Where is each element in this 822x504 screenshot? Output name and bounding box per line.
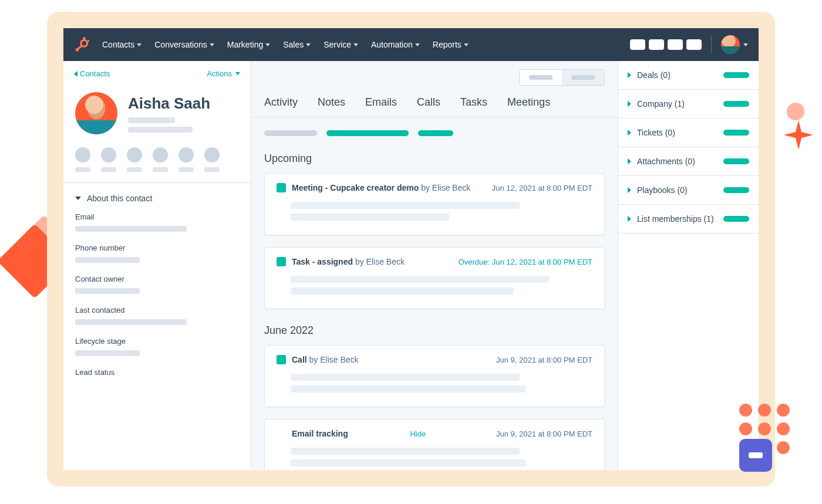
svg-point-0 (81, 40, 87, 46)
tab-emails[interactable]: Emails (365, 96, 397, 117)
accordion-action-placeholder (723, 130, 749, 136)
timeline-card[interactable]: Email trackingHideJun 9, 2021 at 8:00 PM… (264, 419, 605, 470)
view-toggle[interactable] (519, 69, 605, 86)
svg-line-3 (78, 46, 82, 49)
field-label: Contact owner (75, 275, 239, 283)
contact-sidebar: Contacts Actions Aisha Saah (63, 61, 251, 470)
card-body-placeholder (291, 276, 549, 283)
accordion-tickets-[interactable]: Tickets (0) (618, 119, 759, 147)
activity-tabs: ActivityNotesEmailsCallsTasksMeetings (251, 86, 618, 117)
contact-avatar (75, 92, 117, 134)
tab-meetings[interactable]: Meetings (507, 96, 550, 117)
activity-panel: ActivityNotesEmailsCallsTasksMeetings Up… (251, 61, 618, 470)
quick-action[interactable] (178, 147, 194, 172)
accordion-label: Deals (0) (637, 70, 671, 80)
nav-item-contacts[interactable]: Contacts (102, 40, 142, 49)
accordion-label: Tickets (0) (637, 128, 675, 137)
nav-item-automation[interactable]: Automation (371, 40, 420, 49)
quick-action[interactable] (127, 147, 142, 172)
about-contact-toggle[interactable]: About this contact (75, 194, 239, 203)
chevron-right-icon (628, 72, 631, 78)
accordion-attachments-[interactable]: Attachments (0) (618, 147, 759, 176)
quick-action-row (75, 147, 239, 172)
contact-field: Last contacted (75, 306, 239, 325)
quick-action[interactable] (75, 147, 90, 172)
back-label: Contacts (80, 69, 110, 78)
back-contacts-link[interactable]: Contacts (74, 69, 110, 78)
chevron-right-icon (628, 158, 631, 164)
svg-point-4 (87, 40, 89, 42)
user-menu[interactable] (721, 35, 748, 54)
chat-launcher[interactable] (739, 439, 772, 472)
field-value-placeholder (75, 319, 187, 325)
hubspot-logo-icon[interactable] (74, 37, 89, 52)
tab-calls[interactable]: Calls (417, 96, 440, 117)
nav-item-marketing[interactable]: Marketing (227, 40, 270, 49)
quick-action[interactable] (153, 147, 168, 172)
chevron-down-icon (415, 43, 420, 46)
chevron-down-icon (265, 43, 270, 46)
chevron-down-icon (743, 43, 748, 46)
chevron-right-icon (628, 187, 631, 193)
tab-tasks[interactable]: Tasks (460, 96, 487, 117)
activity-marker-icon (277, 183, 286, 192)
nav-item-reports[interactable]: Reports (433, 40, 469, 49)
timeline-card[interactable]: Call by Elise BeckJun 9, 2021 at 8:00 PM… (264, 345, 605, 407)
activity-filters[interactable] (251, 117, 618, 149)
accordion-list-memberships-[interactable]: List memberships (1) (618, 205, 759, 234)
chevron-down-icon (306, 43, 311, 46)
field-value-placeholder (75, 257, 140, 263)
deco-dot (787, 103, 804, 120)
chevron-right-icon (628, 130, 631, 136)
hide-link[interactable]: Hide (410, 429, 426, 438)
accordion-label: Playbooks (0) (637, 185, 688, 195)
actions-label: Actions (207, 69, 232, 78)
accordion-action-placeholder (723, 216, 749, 222)
field-label: Lead status (75, 368, 239, 377)
user-avatar-icon (721, 35, 740, 54)
chevron-down-icon (137, 43, 142, 46)
deco-sparkle (784, 120, 813, 150)
top-nav: ContactsConversationsMarketingSalesServi… (63, 28, 759, 61)
card-date: Jun 12, 2021 at 8:00 PM EDT (492, 184, 592, 192)
activity-marker-icon (277, 355, 286, 364)
activity-marker-icon (277, 257, 286, 266)
card-date: Overdue: Jun 12, 2021 at 8:00 PM EDT (459, 258, 592, 266)
actions-dropdown[interactable]: Actions (207, 69, 240, 78)
chevron-down-icon (210, 43, 214, 46)
card-title: Email tracking (292, 429, 348, 438)
svg-point-1 (83, 37, 85, 39)
card-date: Jun 9, 2021 at 8:00 PM EDT (496, 356, 592, 364)
card-body-placeholder (291, 374, 520, 381)
timeline-section-title: Upcoming (251, 149, 618, 173)
timeline-card[interactable]: Meeting - Cupcake creator demo by Elise … (264, 173, 605, 235)
timeline-card[interactable]: Task - assigned by Elise BeckOverdue: Ju… (264, 247, 605, 309)
tab-activity[interactable]: Activity (264, 96, 298, 117)
contact-field: Phone number (75, 243, 239, 263)
nav-item-service[interactable]: Service (324, 40, 358, 49)
accordion-label: Company (1) (637, 99, 685, 109)
nav-item-conversations[interactable]: Conversations (154, 40, 214, 49)
nav-utility-icons[interactable] (630, 39, 702, 50)
chevron-right-icon (628, 101, 631, 107)
accordion-label: Attachments (0) (637, 157, 695, 166)
tab-notes[interactable]: Notes (318, 96, 345, 117)
card-body-placeholder (291, 385, 525, 393)
contact-field: Lifecycle stage (75, 337, 239, 356)
contact-field: Email (75, 212, 239, 232)
accordion-company-[interactable]: Company (1) (618, 90, 759, 119)
contact-name: Aisha Saah (128, 94, 210, 113)
associations-sidebar: Deals (0)Company (1)Tickets (0)Attachmen… (618, 61, 759, 470)
card-date: Jun 9, 2021 at 8:00 PM EDT (496, 429, 592, 438)
nav-item-sales[interactable]: Sales (283, 40, 311, 49)
accordion-deals-[interactable]: Deals (0) (618, 61, 759, 90)
field-label: Lifecycle stage (75, 337, 239, 346)
field-value-placeholder (75, 288, 140, 294)
quick-action[interactable] (101, 147, 116, 172)
quick-action[interactable] (204, 147, 220, 172)
accordion-action-placeholder (723, 72, 749, 78)
field-value-placeholder (75, 350, 140, 356)
accordion-action-placeholder (723, 158, 749, 164)
accordion-playbooks-[interactable]: Playbooks (0) (618, 176, 759, 205)
card-title: Meeting - Cupcake creator demo by Elise … (292, 183, 470, 192)
